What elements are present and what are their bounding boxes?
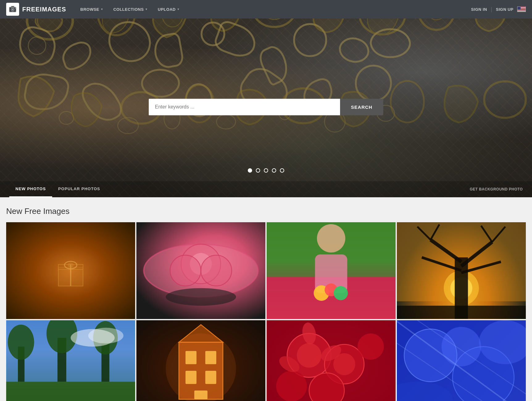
slider-dot-4[interactable] <box>272 168 276 173</box>
nav-browse[interactable]: BROWSE ▼ <box>75 0 108 18</box>
logo-icon <box>6 3 19 16</box>
upload-chevron-icon: ▼ <box>177 8 180 11</box>
signin-link[interactable]: SIGN IN <box>471 7 487 12</box>
tab-new-photos[interactable]: NEW PHOTOS <box>9 181 52 197</box>
photo-item-red-flower[interactable] <box>267 320 396 401</box>
photo-item-tree[interactable] <box>397 222 526 319</box>
search-input[interactable] <box>149 99 340 115</box>
hero-section: SEARCH NEW PHOTOS POPULAR PHOTOS GET BAC… <box>0 18 532 197</box>
main-content: New Free Images <box>0 197 532 401</box>
svg-point-2 <box>12 9 14 10</box>
browse-chevron-icon: ▼ <box>101 8 103 11</box>
photo-item-gift[interactable] <box>6 222 135 319</box>
collections-chevron-icon: ▼ <box>145 8 148 11</box>
tab-popular-photos[interactable]: POPULAR PHOTOS <box>52 181 106 197</box>
site-logo[interactable]: FREEIMAGES <box>6 3 66 16</box>
slider-dot-1[interactable] <box>248 168 252 173</box>
photo-grid-row2 <box>6 320 526 401</box>
photo-item-blue-sky[interactable] <box>6 320 135 401</box>
search-button[interactable]: SEARCH <box>340 99 383 115</box>
site-name: FREEIMAGES <box>22 6 66 13</box>
slider-dot-2[interactable] <box>256 168 260 173</box>
nav-divider: | <box>491 6 492 13</box>
photo-item-flowers[interactable] <box>136 222 265 319</box>
nav-links: BROWSE ▼ COLLECTIONS ▼ UPLOAD ▼ <box>75 0 471 18</box>
slider-dots <box>248 168 284 173</box>
hero-tabs: NEW PHOTOS POPULAR PHOTOS GET BACKGROUND… <box>0 181 532 197</box>
nav-right: SIGN IN | SIGN UP <box>471 6 526 13</box>
slider-dot-3[interactable] <box>264 168 268 173</box>
section-title: New Free Images <box>6 207 526 216</box>
svg-point-4 <box>15 8 16 9</box>
nav-collections[interactable]: COLLECTIONS ▼ <box>108 0 153 18</box>
photo-item-orange-bldg[interactable] <box>136 320 265 401</box>
get-background-link[interactable]: GET BACKGROUND PHOTO <box>470 187 523 191</box>
search-container: SEARCH <box>149 99 383 115</box>
photo-item-girl[interactable] <box>267 222 396 319</box>
language-flag-icon[interactable] <box>517 6 526 12</box>
navbar: FREEIMAGES BROWSE ▼ COLLECTIONS ▼ UPLOAD… <box>0 0 532 18</box>
photo-item-blue-abstract[interactable] <box>397 320 526 401</box>
photo-grid-row1 <box>6 222 526 319</box>
svg-rect-3 <box>11 6 14 7</box>
signup-link[interactable]: SIGN UP <box>496 7 513 12</box>
slider-dot-5[interactable] <box>280 168 284 173</box>
nav-upload[interactable]: UPLOAD ▼ <box>153 0 185 18</box>
